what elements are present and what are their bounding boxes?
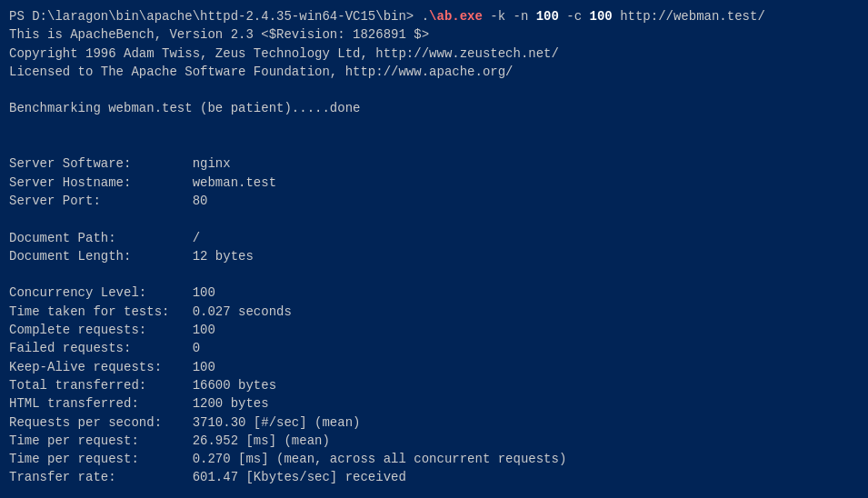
output-line-1: This is ApacheBench, Version 2.3 <$Revis… <box>9 25 859 44</box>
flag-k: -k -n <box>483 9 536 24</box>
blank-line-2 <box>9 118 859 136</box>
document-length: Document Length: 12 bytes <box>9 247 859 265</box>
url-text: http://webman.test/ <box>613 9 765 24</box>
num2-highlight: 100 <box>590 9 613 24</box>
total-transferred: Total transferred: 16600 bytes <box>9 376 859 394</box>
server-hostname: Server Hostname: webman.test <box>9 174 859 192</box>
complete-requests: Complete requests: 100 <box>9 321 859 339</box>
output-line-3: Licensed to The Apache Software Foundati… <box>9 63 859 81</box>
blank-line-5 <box>9 265 859 284</box>
output-line-5: Benchmarking webman.test (be patient)...… <box>9 99 859 117</box>
keepalive-requests: Keep-Alive requests: 100 <box>9 358 859 376</box>
num1-highlight: 100 <box>536 9 559 24</box>
time-taken: Time taken for tests: 0.027 seconds <box>9 303 859 321</box>
blank-line-3 <box>9 136 859 154</box>
output-line-2: Copyright 1996 Adam Twiss, Zeus Technolo… <box>9 45 859 63</box>
document-path: Document Path: / <box>9 229 859 247</box>
blank-line-1 <box>9 81 859 99</box>
server-software: Server Software: nginx <box>9 154 859 173</box>
failed-requests: Failed requests: 0 <box>9 339 859 357</box>
time-per-request-concurrent: Time per request: 0.270 [ms] (mean, acro… <box>9 450 859 468</box>
prompt-line: PS D:\laragon\bin\apache\httpd-2.4.35-wi… <box>9 7 859 25</box>
blank-line-4 <box>9 210 859 228</box>
server-port: Server Port: 80 <box>9 192 859 210</box>
exe-highlight: \ab.exe <box>429 9 483 24</box>
concurrency-level: Concurrency Level: 100 <box>9 284 859 302</box>
time-per-request-mean: Time per request: 26.952 [ms] (mean) <box>9 432 859 450</box>
requests-per-second: Requests per second: 3710.30 [#/sec] (me… <box>9 413 859 432</box>
html-transferred: HTML transferred: 1200 bytes <box>9 394 859 413</box>
transfer-rate: Transfer rate: 601.47 [Kbytes/sec] recei… <box>9 468 859 486</box>
flag-c: -c <box>559 9 590 24</box>
